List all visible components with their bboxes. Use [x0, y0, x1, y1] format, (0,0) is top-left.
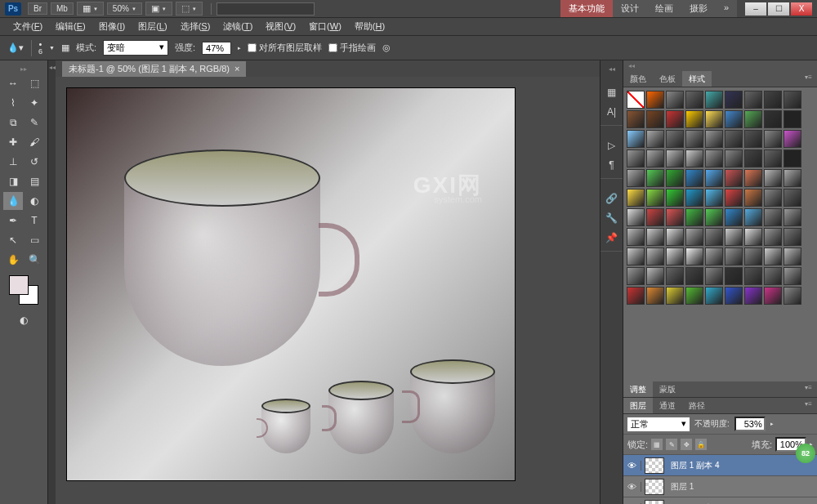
- actions-icon[interactable]: ▷: [604, 137, 620, 154]
- foreground-color-swatch[interactable]: [9, 275, 29, 295]
- style-swatch[interactable]: [784, 267, 801, 285]
- maximize-button[interactable]: ☐: [768, 2, 789, 16]
- workspace-tab-design[interactable]: 设计: [613, 0, 647, 17]
- blend-mode-select[interactable]: 变暗▾: [103, 40, 168, 56]
- visibility-icon[interactable]: 👁: [623, 482, 641, 492]
- menu-file[interactable]: 文件(F): [7, 19, 49, 34]
- style-swatch[interactable]: [685, 149, 703, 167]
- style-swatch[interactable]: [764, 91, 782, 109]
- style-swatch[interactable]: [627, 267, 645, 285]
- style-swatch[interactable]: [725, 169, 743, 187]
- workspace-tab-painting[interactable]: 绘画: [647, 0, 681, 17]
- panel-collapse[interactable]: ◂◂: [623, 60, 817, 71]
- tool-preset-icon[interactable]: 💧▾: [7, 39, 25, 57]
- style-swatch[interactable]: [784, 248, 801, 265]
- layer-row[interactable]: 👁图层 7 副本 14: [623, 497, 817, 504]
- style-swatch[interactable]: [627, 228, 645, 246]
- style-swatch[interactable]: [666, 189, 684, 207]
- tab-swatches[interactable]: 色板: [653, 71, 682, 87]
- style-swatch[interactable]: [666, 287, 684, 305]
- stamp-icon[interactable]: 📌: [604, 230, 620, 246]
- toolbar-collapse[interactable]: ▸▸: [0, 64, 47, 74]
- opacity-flyout[interactable]: ▸: [770, 421, 774, 427]
- style-swatch[interactable]: [627, 110, 645, 128]
- tool-eraser[interactable]: ◨: [3, 172, 23, 190]
- clone-icon[interactable]: 🔗: [604, 190, 620, 207]
- brush-picker-arrow[interactable]: ▼: [49, 45, 55, 51]
- tool-hand[interactable]: ✋: [3, 251, 23, 269]
- style-swatch[interactable]: [744, 208, 762, 226]
- style-swatch[interactable]: [666, 208, 684, 226]
- style-swatch[interactable]: [685, 189, 703, 207]
- style-swatch[interactable]: [764, 228, 782, 246]
- extras-button[interactable]: ⬚: [176, 2, 203, 16]
- style-swatch[interactable]: [666, 130, 684, 148]
- tool-shape[interactable]: ▭: [25, 231, 44, 249]
- style-swatch[interactable]: [685, 287, 703, 305]
- style-swatch[interactable]: [784, 287, 801, 305]
- strip-collapse[interactable]: ◂◂: [609, 65, 615, 73]
- style-swatch[interactable]: [646, 228, 664, 246]
- tab-masks[interactable]: 蒙版: [653, 381, 682, 397]
- minibridge-button[interactable]: Mb: [51, 2, 74, 15]
- style-swatch[interactable]: [764, 130, 782, 148]
- panel-menu-icon[interactable]: ▾≡: [800, 71, 817, 87]
- style-swatch[interactable]: [764, 110, 782, 128]
- style-swatch[interactable]: [646, 248, 664, 265]
- menu-edit[interactable]: 编辑(E): [49, 19, 92, 34]
- layer-row[interactable]: 👁图层 1: [623, 476, 817, 497]
- style-swatch[interactable]: [725, 248, 743, 265]
- style-swatch[interactable]: [705, 110, 723, 128]
- layer-thumbnail[interactable]: [645, 479, 664, 495]
- style-swatch[interactable]: [646, 130, 664, 148]
- style-swatch[interactable]: [725, 267, 743, 285]
- quickmask-toggle[interactable]: ◐: [14, 311, 33, 329]
- style-swatch[interactable]: [705, 169, 723, 187]
- style-swatch[interactable]: [705, 149, 723, 167]
- panel-menu-icon[interactable]: ▾≡: [800, 381, 817, 397]
- workspace-more[interactable]: »: [716, 0, 737, 17]
- toolbar-edge[interactable]: ◂◂: [47, 60, 56, 504]
- zoom-level-button[interactable]: 50%: [107, 2, 142, 15]
- menu-help[interactable]: 帮助(H): [348, 19, 391, 34]
- search-field[interactable]: [217, 2, 315, 16]
- style-swatch[interactable]: [784, 208, 801, 226]
- color-swatches[interactable]: [9, 275, 38, 305]
- style-swatch[interactable]: [646, 110, 664, 128]
- style-swatch[interactable]: [705, 267, 723, 285]
- style-swatch[interactable]: [744, 110, 762, 128]
- tool-path-select[interactable]: ↖: [3, 231, 23, 249]
- tool-lasso[interactable]: ⌇: [3, 94, 23, 112]
- style-swatch[interactable]: [685, 169, 703, 187]
- menu-filter[interactable]: 滤镜(T): [217, 19, 259, 34]
- visibility-icon[interactable]: 👁: [623, 461, 641, 471]
- style-swatch[interactable]: [685, 267, 703, 285]
- tool-dodge[interactable]: ◐: [25, 192, 44, 210]
- style-swatch[interactable]: [764, 287, 782, 305]
- style-swatch[interactable]: [646, 287, 664, 305]
- view-arrange-button[interactable]: ▦: [77, 2, 104, 16]
- style-swatch[interactable]: [685, 110, 703, 128]
- tool-pen[interactable]: ✒: [3, 212, 23, 230]
- style-swatch[interactable]: [685, 228, 703, 246]
- tab-styles[interactable]: 样式: [682, 71, 712, 87]
- style-swatch[interactable]: [646, 91, 664, 109]
- style-swatch[interactable]: [725, 287, 743, 305]
- menu-select[interactable]: 选择(S): [174, 19, 217, 34]
- style-swatch[interactable]: [705, 287, 723, 305]
- style-swatch[interactable]: [725, 189, 743, 207]
- lock-position-icon[interactable]: ✥: [681, 439, 692, 450]
- tool-marquee[interactable]: ⬚: [25, 74, 44, 92]
- style-swatch[interactable]: [685, 130, 703, 148]
- canvas-viewport[interactable]: GXI网 system.com: [56, 77, 600, 504]
- style-swatch[interactable]: [744, 189, 762, 207]
- screen-mode-button[interactable]: ▣: [145, 2, 172, 16]
- style-swatch[interactable]: [764, 267, 782, 285]
- style-swatch[interactable]: [646, 208, 664, 226]
- style-swatch[interactable]: [627, 91, 645, 109]
- layer-row[interactable]: 👁图层 1 副本 4: [623, 455, 817, 476]
- style-swatch[interactable]: [666, 110, 684, 128]
- layer-thumbnail[interactable]: [645, 457, 664, 474]
- style-swatch[interactable]: [685, 208, 703, 226]
- style-swatch[interactable]: [666, 91, 684, 109]
